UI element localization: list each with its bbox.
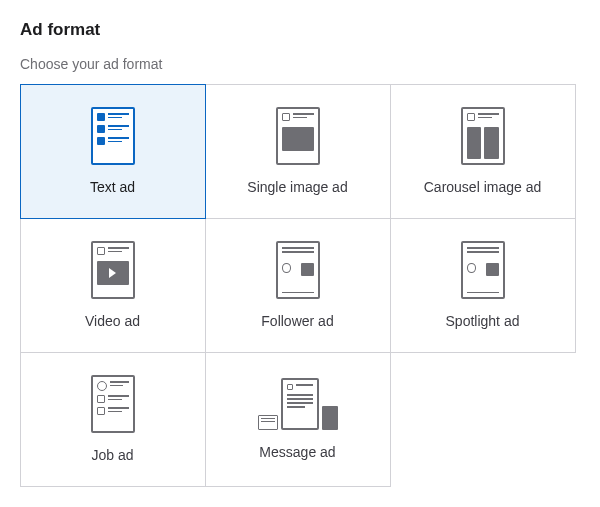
tile-label: Message ad	[259, 444, 335, 460]
section-subtitle: Choose your ad format	[20, 56, 580, 72]
tile-label: Video ad	[85, 313, 140, 329]
tile-label: Spotlight ad	[446, 313, 520, 329]
tile-job-ad[interactable]: Job ad	[20, 352, 206, 487]
tile-label: Single image ad	[247, 179, 347, 195]
tile-text-ad[interactable]: Text ad	[20, 84, 206, 219]
message-ad-icon	[258, 378, 338, 430]
tile-label: Carousel image ad	[424, 179, 542, 195]
carousel-image-ad-icon	[461, 107, 505, 165]
tile-label: Follower ad	[261, 313, 333, 329]
follower-ad-icon	[276, 241, 320, 299]
ad-format-grid: Text ad Single image ad Carousel image a…	[20, 84, 575, 486]
tile-label: Job ad	[91, 447, 133, 463]
tile-video-ad[interactable]: Video ad	[20, 218, 206, 353]
tile-follower-ad[interactable]: Follower ad	[205, 218, 391, 353]
single-image-ad-icon	[276, 107, 320, 165]
tile-carousel-image-ad[interactable]: Carousel image ad	[390, 84, 576, 219]
tile-spotlight-ad[interactable]: Spotlight ad	[390, 218, 576, 353]
text-ad-icon	[91, 107, 135, 165]
video-ad-icon	[91, 241, 135, 299]
section-title: Ad format	[20, 20, 580, 40]
spotlight-ad-icon	[461, 241, 505, 299]
tile-single-image-ad[interactable]: Single image ad	[205, 84, 391, 219]
tile-label: Text ad	[90, 179, 135, 195]
job-ad-icon	[91, 375, 135, 433]
tile-message-ad[interactable]: Message ad	[205, 352, 391, 487]
